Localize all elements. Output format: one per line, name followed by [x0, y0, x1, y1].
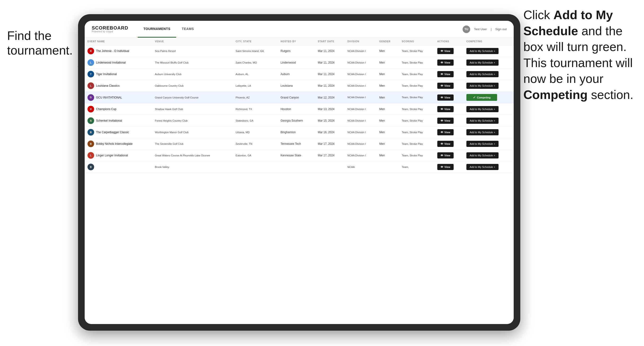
table-header-row: EVENT NAME VENUE CITY, STATE HOSTED BY S…	[85, 38, 514, 45]
tournaments-table: EVENT NAME VENUE CITY, STATE HOSTED BY S…	[85, 38, 514, 173]
view-button[interactable]: 👁 View	[437, 59, 454, 66]
tablet-frame: SCOREBOARD Powered by clippd TOURNAMENTS…	[78, 14, 520, 331]
team-logo: L	[88, 59, 94, 66]
cell-actions: 👁 View	[434, 115, 464, 127]
eye-icon: 👁	[440, 73, 443, 76]
table-row: L Lindenwood Invitational The Missouri B…	[85, 57, 514, 68]
view-button[interactable]: 👁 View	[437, 129, 454, 135]
cell-gender	[376, 161, 399, 173]
cell-start-date: Mar 17, 2024	[315, 150, 345, 161]
cell-actions: 👁 View	[434, 150, 464, 161]
view-button[interactable]: 👁 View	[437, 164, 454, 170]
team-logo: B	[88, 141, 94, 147]
tab-tournaments[interactable]: TOURNAMENTS	[138, 21, 176, 37]
cell-gender: Men	[376, 45, 399, 57]
cell-city-state: Statesboro, GA	[233, 115, 278, 127]
add-to-schedule-button[interactable]: Add to My Schedule +	[466, 141, 498, 147]
cell-start-date	[315, 161, 345, 173]
cell-event-name: B	[85, 161, 152, 173]
pipe-separator: |	[491, 27, 492, 31]
col-venue: VENUE	[152, 38, 233, 45]
cell-scoring: Team, Stroke Play	[399, 92, 434, 103]
cell-competing: Add to My Schedule +	[464, 80, 514, 92]
col-gender: GENDER	[376, 38, 399, 45]
cell-city-state: Sevierville, TN	[233, 138, 278, 150]
view-button[interactable]: 👁 View	[437, 106, 454, 112]
cell-scoring: Team,	[399, 161, 434, 173]
cell-gender: Men	[376, 138, 399, 150]
event-name-text: The Carpetbagger Classic	[96, 131, 129, 134]
cell-venue: The Sevierville Golf Club	[152, 138, 233, 150]
view-button[interactable]: 👁 View	[437, 94, 454, 101]
view-button[interactable]: 👁 View	[437, 141, 454, 147]
cell-event-name: L Louisiana Classics	[85, 80, 152, 92]
add-to-schedule-button[interactable]: Add to My Schedule +	[466, 118, 498, 124]
cell-hosted-by: Tennessee Tech	[278, 138, 315, 150]
view-button[interactable]: 👁 View	[437, 48, 454, 54]
cell-hosted-by: Kennesaw State	[278, 150, 315, 161]
view-button[interactable]: 👁 View	[437, 83, 454, 89]
cell-hosted-by: Louisiana	[278, 80, 315, 92]
table-row: L Louisiana Classics Oakbourne Country C…	[85, 80, 514, 92]
tab-teams[interactable]: TEAMS	[176, 21, 200, 37]
add-to-schedule-button[interactable]: Add to My Schedule +	[466, 164, 498, 170]
cell-actions: 👁 View	[434, 127, 464, 138]
cell-competing: Add to My Schedule +	[464, 45, 514, 57]
add-to-schedule-button[interactable]: Add to My Schedule +	[466, 106, 498, 112]
cell-event-name: L Linger Longer Invitational	[85, 150, 152, 161]
event-name-text: Tiger Invitational	[96, 72, 117, 76]
col-division: DIVISION	[344, 38, 376, 45]
competing-button[interactable]: ✓Competing	[466, 94, 497, 101]
cell-division: NCAA Division I	[344, 103, 376, 115]
cell-venue: The Missouri Bluffs Golf Club	[152, 57, 233, 68]
event-name-text: Champions Cup	[96, 107, 116, 111]
cell-city-state: Eatonton, GA	[233, 150, 278, 161]
table-row: S Schenkel Invitational Forest Heights C…	[85, 115, 514, 127]
eye-icon: 👁	[440, 84, 443, 87]
cell-hosted-by: Lindenwood	[278, 57, 315, 68]
cell-event-name: T Tiger Invitational	[85, 68, 152, 80]
cell-scoring: Team, Stroke Play	[399, 57, 434, 68]
add-to-schedule-button[interactable]: Add to My Schedule +	[466, 83, 498, 89]
col-hosted-by: HOSTED BY	[278, 38, 315, 45]
sign-out-link[interactable]: Sign out	[495, 27, 506, 31]
cell-event-name: L Lindenwood Invitational	[85, 57, 152, 68]
add-to-schedule-button[interactable]: Add to My Schedule +	[466, 59, 498, 66]
cell-event-name: B The Carpetbagger Classic	[85, 127, 152, 138]
add-to-schedule-button[interactable]: Add to My Schedule +	[466, 48, 498, 54]
table-container[interactable]: EVENT NAME VENUE CITY, STATE HOSTED BY S…	[85, 38, 514, 324]
cell-competing: Add to My Schedule +	[464, 138, 514, 150]
view-button[interactable]: 👁 View	[437, 71, 454, 77]
cell-hosted-by: Grand Canyon	[278, 92, 315, 103]
table-row: B The Carpetbagger Classic Worthington M…	[85, 127, 514, 138]
cell-venue: Forest Heights Country Club	[152, 115, 233, 127]
left-annotation: Find the tournament.	[7, 28, 73, 58]
eye-icon: 👁	[440, 166, 443, 169]
add-to-schedule-button[interactable]: Add to My Schedule +	[466, 71, 498, 77]
col-event-name: EVENT NAME	[85, 38, 152, 45]
cell-gender: Men	[376, 150, 399, 161]
app-header: SCOREBOARD Powered by clippd TOURNAMENTS…	[85, 21, 514, 38]
cell-competing: Add to My Schedule +	[464, 115, 514, 127]
cell-start-date: Mar 15, 2024	[315, 115, 345, 127]
cell-event-name: H Champions Cup	[85, 103, 152, 115]
cell-division: NCAA Division I	[344, 150, 376, 161]
table-row: B Bobby Nichols Intercollegiate The Sevi…	[85, 138, 514, 150]
cell-gender: Men	[376, 80, 399, 92]
cell-hosted-by: Binghamton	[278, 127, 315, 138]
eye-icon: 👁	[440, 119, 443, 122]
event-name-text: Schenkel Invitational	[96, 119, 122, 122]
table-row: L Linger Longer Invitational Great Water…	[85, 150, 514, 161]
add-to-schedule-button[interactable]: Add to My Schedule +	[466, 152, 498, 159]
cell-event-name: S Schenkel Invitational	[85, 115, 152, 127]
cell-start-date: Mar 12, 2024	[315, 92, 345, 103]
view-button[interactable]: 👁 View	[437, 152, 454, 159]
team-logo: B	[88, 129, 94, 136]
cell-gender: Men	[376, 68, 399, 80]
view-button[interactable]: 👁 View	[437, 118, 454, 124]
cell-gender: Men	[376, 57, 399, 68]
add-to-schedule-button[interactable]: Add to My Schedule +	[466, 129, 498, 135]
cell-scoring: Team, Stroke Play	[399, 80, 434, 92]
logo-area: SCOREBOARD Powered by clippd	[92, 25, 128, 33]
cell-event-name: G GCU INVITATIONAL	[85, 92, 152, 103]
